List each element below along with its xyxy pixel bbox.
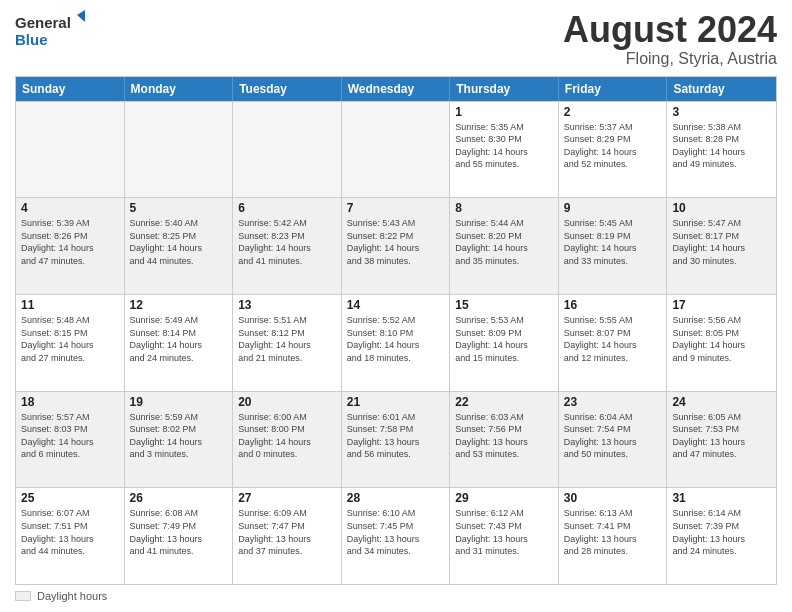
day-number: 17 xyxy=(672,298,771,312)
day-number: 28 xyxy=(347,491,445,505)
day-number: 3 xyxy=(672,105,771,119)
cal-cell: 29Sunrise: 6:12 AM Sunset: 7:43 PM Dayli… xyxy=(450,488,559,584)
day-info: Sunrise: 5:52 AM Sunset: 8:10 PM Dayligh… xyxy=(347,314,445,364)
header-day-wednesday: Wednesday xyxy=(342,77,451,101)
header-day-sunday: Sunday xyxy=(16,77,125,101)
day-number: 6 xyxy=(238,201,336,215)
cal-row-3: 18Sunrise: 5:57 AM Sunset: 8:03 PM Dayli… xyxy=(16,391,776,488)
cal-row-1: 4Sunrise: 5:39 AM Sunset: 8:26 PM Daylig… xyxy=(16,197,776,294)
cal-cell: 15Sunrise: 5:53 AM Sunset: 8:09 PM Dayli… xyxy=(450,295,559,391)
cal-cell: 30Sunrise: 6:13 AM Sunset: 7:41 PM Dayli… xyxy=(559,488,668,584)
cal-cell: 31Sunrise: 6:14 AM Sunset: 7:39 PM Dayli… xyxy=(667,488,776,584)
day-info: Sunrise: 5:51 AM Sunset: 8:12 PM Dayligh… xyxy=(238,314,336,364)
day-info: Sunrise: 6:14 AM Sunset: 7:39 PM Dayligh… xyxy=(672,507,771,557)
calendar-body: 1Sunrise: 5:35 AM Sunset: 8:30 PM Daylig… xyxy=(16,101,776,584)
cal-cell: 28Sunrise: 6:10 AM Sunset: 7:45 PM Dayli… xyxy=(342,488,451,584)
day-number: 22 xyxy=(455,395,553,409)
cal-cell: 23Sunrise: 6:04 AM Sunset: 7:54 PM Dayli… xyxy=(559,392,668,488)
cal-row-4: 25Sunrise: 6:07 AM Sunset: 7:51 PM Dayli… xyxy=(16,487,776,584)
day-number: 11 xyxy=(21,298,119,312)
day-info: Sunrise: 6:07 AM Sunset: 7:51 PM Dayligh… xyxy=(21,507,119,557)
day-number: 13 xyxy=(238,298,336,312)
day-number: 4 xyxy=(21,201,119,215)
day-number: 8 xyxy=(455,201,553,215)
cal-cell: 14Sunrise: 5:52 AM Sunset: 8:10 PM Dayli… xyxy=(342,295,451,391)
header-day-tuesday: Tuesday xyxy=(233,77,342,101)
cal-cell xyxy=(125,102,234,198)
day-number: 14 xyxy=(347,298,445,312)
day-info: Sunrise: 5:35 AM Sunset: 8:30 PM Dayligh… xyxy=(455,121,553,171)
title-block: August 2024 Floing, Styria, Austria xyxy=(563,10,777,68)
cal-cell: 11Sunrise: 5:48 AM Sunset: 8:15 PM Dayli… xyxy=(16,295,125,391)
svg-marker-2 xyxy=(77,10,85,22)
day-number: 30 xyxy=(564,491,662,505)
header-day-saturday: Saturday xyxy=(667,77,776,101)
day-info: Sunrise: 5:57 AM Sunset: 8:03 PM Dayligh… xyxy=(21,411,119,461)
day-number: 15 xyxy=(455,298,553,312)
day-info: Sunrise: 5:38 AM Sunset: 8:28 PM Dayligh… xyxy=(672,121,771,171)
cal-cell: 12Sunrise: 5:49 AM Sunset: 8:14 PM Dayli… xyxy=(125,295,234,391)
svg-text:Blue: Blue xyxy=(15,31,48,48)
day-number: 10 xyxy=(672,201,771,215)
cal-cell: 20Sunrise: 6:00 AM Sunset: 8:00 PM Dayli… xyxy=(233,392,342,488)
header-day-thursday: Thursday xyxy=(450,77,559,101)
cal-cell: 26Sunrise: 6:08 AM Sunset: 7:49 PM Dayli… xyxy=(125,488,234,584)
day-number: 16 xyxy=(564,298,662,312)
day-number: 23 xyxy=(564,395,662,409)
day-info: Sunrise: 5:59 AM Sunset: 8:02 PM Dayligh… xyxy=(130,411,228,461)
legend-label: Daylight hours xyxy=(37,590,107,602)
day-number: 5 xyxy=(130,201,228,215)
cal-cell: 25Sunrise: 6:07 AM Sunset: 7:51 PM Dayli… xyxy=(16,488,125,584)
day-number: 26 xyxy=(130,491,228,505)
day-info: Sunrise: 6:09 AM Sunset: 7:47 PM Dayligh… xyxy=(238,507,336,557)
day-info: Sunrise: 5:49 AM Sunset: 8:14 PM Dayligh… xyxy=(130,314,228,364)
cal-cell: 10Sunrise: 5:47 AM Sunset: 8:17 PM Dayli… xyxy=(667,198,776,294)
cal-row-2: 11Sunrise: 5:48 AM Sunset: 8:15 PM Dayli… xyxy=(16,294,776,391)
day-info: Sunrise: 6:03 AM Sunset: 7:56 PM Dayligh… xyxy=(455,411,553,461)
day-number: 19 xyxy=(130,395,228,409)
logo: General Blue xyxy=(15,10,85,60)
cal-cell xyxy=(342,102,451,198)
cal-row-0: 1Sunrise: 5:35 AM Sunset: 8:30 PM Daylig… xyxy=(16,101,776,198)
day-info: Sunrise: 5:53 AM Sunset: 8:09 PM Dayligh… xyxy=(455,314,553,364)
day-info: Sunrise: 5:44 AM Sunset: 8:20 PM Dayligh… xyxy=(455,217,553,267)
calendar: SundayMondayTuesdayWednesdayThursdayFrid… xyxy=(15,76,777,585)
cal-cell: 6Sunrise: 5:42 AM Sunset: 8:23 PM Daylig… xyxy=(233,198,342,294)
day-number: 20 xyxy=(238,395,336,409)
cal-cell: 4Sunrise: 5:39 AM Sunset: 8:26 PM Daylig… xyxy=(16,198,125,294)
day-number: 29 xyxy=(455,491,553,505)
day-info: Sunrise: 6:05 AM Sunset: 7:53 PM Dayligh… xyxy=(672,411,771,461)
day-info: Sunrise: 6:13 AM Sunset: 7:41 PM Dayligh… xyxy=(564,507,662,557)
day-info: Sunrise: 5:43 AM Sunset: 8:22 PM Dayligh… xyxy=(347,217,445,267)
day-info: Sunrise: 5:47 AM Sunset: 8:17 PM Dayligh… xyxy=(672,217,771,267)
calendar-header: SundayMondayTuesdayWednesdayThursdayFrid… xyxy=(16,77,776,101)
day-number: 25 xyxy=(21,491,119,505)
cal-cell: 13Sunrise: 5:51 AM Sunset: 8:12 PM Dayli… xyxy=(233,295,342,391)
day-number: 31 xyxy=(672,491,771,505)
cal-cell: 19Sunrise: 5:59 AM Sunset: 8:02 PM Dayli… xyxy=(125,392,234,488)
cal-cell: 24Sunrise: 6:05 AM Sunset: 7:53 PM Dayli… xyxy=(667,392,776,488)
cal-cell: 1Sunrise: 5:35 AM Sunset: 8:30 PM Daylig… xyxy=(450,102,559,198)
day-info: Sunrise: 5:39 AM Sunset: 8:26 PM Dayligh… xyxy=(21,217,119,267)
cal-cell: 8Sunrise: 5:44 AM Sunset: 8:20 PM Daylig… xyxy=(450,198,559,294)
page: General Blue August 2024 Floing, Styria,… xyxy=(0,0,792,612)
day-info: Sunrise: 5:45 AM Sunset: 8:19 PM Dayligh… xyxy=(564,217,662,267)
day-info: Sunrise: 6:10 AM Sunset: 7:45 PM Dayligh… xyxy=(347,507,445,557)
legend: Daylight hours xyxy=(15,590,777,602)
cal-cell: 22Sunrise: 6:03 AM Sunset: 7:56 PM Dayli… xyxy=(450,392,559,488)
day-info: Sunrise: 5:37 AM Sunset: 8:29 PM Dayligh… xyxy=(564,121,662,171)
cal-cell: 18Sunrise: 5:57 AM Sunset: 8:03 PM Dayli… xyxy=(16,392,125,488)
header-day-friday: Friday xyxy=(559,77,668,101)
day-info: Sunrise: 6:00 AM Sunset: 8:00 PM Dayligh… xyxy=(238,411,336,461)
day-info: Sunrise: 5:56 AM Sunset: 8:05 PM Dayligh… xyxy=(672,314,771,364)
cal-cell: 3Sunrise: 5:38 AM Sunset: 8:28 PM Daylig… xyxy=(667,102,776,198)
cal-cell: 21Sunrise: 6:01 AM Sunset: 7:58 PM Dayli… xyxy=(342,392,451,488)
cal-cell: 27Sunrise: 6:09 AM Sunset: 7:47 PM Dayli… xyxy=(233,488,342,584)
day-number: 9 xyxy=(564,201,662,215)
cal-cell: 5Sunrise: 5:40 AM Sunset: 8:25 PM Daylig… xyxy=(125,198,234,294)
day-number: 1 xyxy=(455,105,553,119)
day-info: Sunrise: 5:48 AM Sunset: 8:15 PM Dayligh… xyxy=(21,314,119,364)
cal-cell: 2Sunrise: 5:37 AM Sunset: 8:29 PM Daylig… xyxy=(559,102,668,198)
svg-text:General: General xyxy=(15,14,71,31)
day-info: Sunrise: 6:08 AM Sunset: 7:49 PM Dayligh… xyxy=(130,507,228,557)
